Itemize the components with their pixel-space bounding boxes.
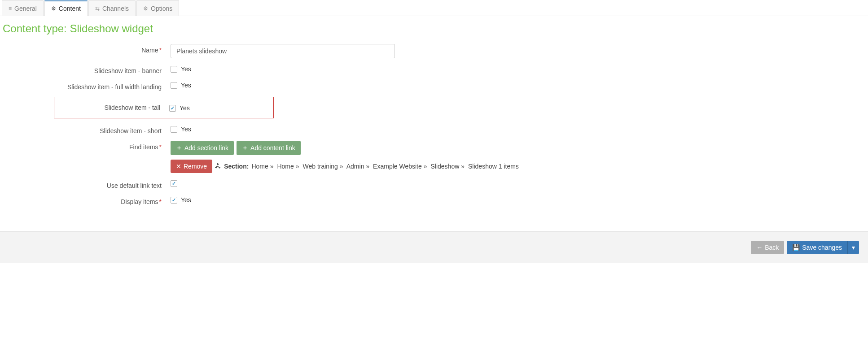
tab-label: General <box>14 5 37 12</box>
tab-general[interactable]: ≡ General <box>2 0 44 16</box>
tab-channels[interactable]: ⇆ Channels <box>88 0 136 16</box>
row-tall: Slideshow item - tall Yes <box>0 97 868 118</box>
cubes-icon: ⚙ <box>51 6 56 11</box>
checkbox-label: Yes <box>181 126 191 133</box>
row-banner: Slideshow item - banner Yes <box>0 65 868 74</box>
required-marker: * <box>159 143 162 151</box>
tab-label: Content <box>59 5 81 12</box>
label-full-width: Slideshow item - full width landing <box>0 81 171 91</box>
content-form: Name* Slideshow item - banner Yes Slides… <box>0 39 868 223</box>
checkbox-label: Yes <box>181 65 191 73</box>
label-find-items: Find items* <box>0 141 171 151</box>
checkbox-tall[interactable] <box>169 105 176 112</box>
label-name: Name* <box>0 44 171 54</box>
label-default-link-text: Use default link text <box>0 179 171 189</box>
label-banner: Slideshow item - banner <box>0 65 171 74</box>
checkbox-full-width[interactable] <box>171 82 177 89</box>
tab-content[interactable]: ⚙ Content <box>44 0 88 16</box>
add-content-link-button[interactable]: ＋ Add content link <box>237 141 301 155</box>
section-label: Section: <box>224 163 249 170</box>
arrow-left-icon: ← <box>756 244 763 251</box>
save-icon: 💾 <box>792 244 800 251</box>
row-short: Slideshow item - short Yes <box>0 125 868 134</box>
save-changes-button[interactable]: 💾 Save changes <box>787 241 847 254</box>
label-display-items: Display items* <box>0 195 171 205</box>
row-default-link-text: Use default link text <box>0 179 868 189</box>
label-tall: Slideshow item - tall <box>60 104 169 111</box>
footer-bar: ← Back 💾 Save changes ▾ <box>0 231 868 263</box>
caret-down-icon: ▾ <box>852 244 855 251</box>
highlighted-tall-row: Slideshow item - tall Yes <box>54 97 274 118</box>
sitemap-icon <box>215 163 220 170</box>
section-entry: ✕ Remove Section: Home» Home» Web traini… <box>171 160 519 173</box>
name-input[interactable] <box>171 44 395 58</box>
row-find-items: Find items* ＋ Add section link ＋ Add con… <box>0 141 868 173</box>
tab-bar: ≡ General ⚙ Content ⇆ Channels ⚙ Options <box>0 0 868 16</box>
back-button[interactable]: ← Back <box>751 241 784 254</box>
gears-icon: ⚙ <box>143 6 148 11</box>
remove-button[interactable]: ✕ Remove <box>171 160 212 173</box>
row-full-width: Slideshow item - full width landing Yes <box>0 81 868 91</box>
checkbox-label: Yes <box>181 82 191 89</box>
tab-label: Channels <box>102 5 129 12</box>
checkbox-default-link-text[interactable] <box>171 180 177 187</box>
checkbox-short[interactable] <box>171 126 177 133</box>
sitemap-icon: ⇆ <box>95 6 100 11</box>
plus-icon: ＋ <box>242 144 248 152</box>
required-marker: * <box>159 198 162 205</box>
required-marker: * <box>159 47 162 54</box>
checkbox-label: Yes <box>181 196 191 204</box>
row-display-items: Display items* Yes <box>0 195 868 205</box>
tab-options[interactable]: ⚙ Options <box>136 0 179 16</box>
page-title: Content type: Slideshow widget <box>0 16 868 39</box>
label-short: Slideshow item - short <box>0 125 171 134</box>
add-section-link-button[interactable]: ＋ Add section link <box>171 141 234 155</box>
close-icon: ✕ <box>176 163 181 170</box>
row-name: Name* <box>0 44 868 58</box>
checkbox-label: Yes <box>180 104 190 112</box>
tab-label: Options <box>151 5 172 12</box>
checkbox-banner[interactable] <box>171 66 177 73</box>
plus-icon: ＋ <box>176 144 182 152</box>
sliders-icon: ≡ <box>9 6 12 11</box>
checkbox-display-items[interactable] <box>171 197 177 204</box>
breadcrumb: Home» Home» Web training» Admin» Example… <box>251 163 518 170</box>
save-dropdown-toggle[interactable]: ▾ <box>847 241 859 254</box>
